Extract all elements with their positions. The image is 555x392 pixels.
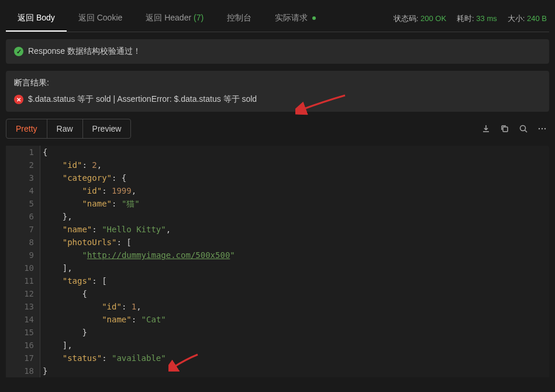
line-number: 9: [6, 249, 40, 262]
meta-status-value: 200 OK: [420, 14, 446, 23]
download-icon[interactable]: [481, 124, 491, 133]
line-number: 12: [6, 287, 40, 300]
meta-time: 耗时: 33 ms: [457, 13, 497, 24]
code-line: 4 "id": 1999,: [6, 184, 549, 197]
code-line: 2 "id": 2,: [6, 159, 549, 171]
tab-header-count: (7): [194, 13, 204, 22]
code-line: 9 "http://dummyimage.com/500x500": [6, 249, 549, 262]
code-content: {: [40, 146, 47, 159]
code-content: },: [40, 210, 73, 223]
validation-message: Response 数据结构校验通过！: [28, 46, 141, 57]
line-number: 15: [6, 326, 40, 339]
meta-status: 状态码: 200 OK: [394, 13, 446, 24]
svg-point-4: [544, 128, 546, 129]
code-line: 14 "name": "Cat": [6, 313, 549, 326]
code-content: "tags": [: [40, 274, 107, 287]
svg-rect-0: [503, 127, 508, 132]
code-content: }: [40, 365, 47, 377]
code-content: "name": "Hello Kitty",: [40, 223, 171, 236]
code-line: 12 {: [6, 287, 549, 300]
line-number: 13: [6, 300, 40, 313]
meta-size-label: 大小:: [508, 14, 525, 23]
copy-icon[interactable]: [500, 124, 509, 133]
tab-header[interactable]: 返回 Header (7): [134, 6, 215, 32]
tab-actual-label: 实际请求: [275, 13, 308, 22]
view-tab-raw[interactable]: Raw: [47, 119, 83, 138]
code-line: 16 ],: [6, 339, 549, 352]
meta-time-label: 耗时:: [457, 14, 474, 23]
tab-header-label: 返回 Header: [146, 13, 191, 22]
response-header: 返回 Body 返回 Cookie 返回 Header (7) 控制台 实际请求…: [6, 6, 549, 32]
meta-size-value: 240 B: [527, 14, 547, 23]
error-circle-icon: ✕: [14, 95, 23, 104]
code-line: 18}: [6, 365, 549, 377]
tool-icons: [481, 124, 549, 133]
code-content: ],: [40, 339, 73, 352]
body-toolbar: Pretty Raw Preview: [6, 119, 549, 139]
code-content: "id": 2,: [40, 159, 102, 171]
code-content: "id": 1999,: [40, 184, 136, 197]
code-line: 7 "name": "Hello Kitty",: [6, 223, 549, 236]
view-tab-preview[interactable]: Preview: [83, 119, 131, 138]
code-content: "photoUrls": [: [40, 236, 132, 249]
code-line: 13 "id": 1,: [6, 300, 549, 313]
code-line: 11 "tags": [: [6, 274, 549, 287]
line-number: 11: [6, 274, 40, 287]
code-content: ],: [40, 262, 73, 274]
svg-point-3: [542, 128, 543, 129]
code-line: 1{: [6, 146, 549, 159]
tab-actual-request[interactable]: 实际请求: [263, 6, 328, 32]
assertion-banner: 断言结果: ✕ $.data.status 等于 sold | Assertio…: [6, 71, 549, 112]
code-line: 3 "category": {: [6, 171, 549, 184]
code-line: 8 "photoUrls": [: [6, 236, 549, 249]
svg-point-2: [539, 128, 540, 129]
response-meta: 状态码: 200 OK 耗时: 33 ms 大小: 240 B: [394, 13, 549, 24]
line-number: 1: [6, 146, 40, 159]
svg-point-1: [520, 126, 526, 131]
code-line: 17 "status": "available": [6, 352, 549, 365]
tab-cookie[interactable]: 返回 Cookie: [67, 6, 134, 32]
response-tabs: 返回 Body 返回 Cookie 返回 Header (7) 控制台 实际请求: [6, 6, 328, 32]
line-number: 14: [6, 313, 40, 326]
line-number: 17: [6, 352, 40, 365]
line-number: 5: [6, 197, 40, 210]
meta-status-label: 状态码:: [394, 14, 419, 23]
code-content: "http://dummyimage.com/500x500": [40, 249, 235, 262]
check-circle-icon: ✓: [14, 47, 23, 56]
code-content: "id": 1,: [40, 300, 142, 313]
code-line: 15 }: [6, 326, 549, 339]
line-number: 4: [6, 184, 40, 197]
code-line: 6 },: [6, 210, 549, 223]
meta-time-value: 33 ms: [476, 14, 497, 23]
more-icon[interactable]: [537, 124, 547, 133]
assertion-message: $.data.status 等于 sold | AssertionError: …: [28, 94, 257, 105]
search-icon[interactable]: [519, 124, 528, 133]
view-tab-pretty[interactable]: Pretty: [6, 119, 47, 138]
tab-body[interactable]: 返回 Body: [6, 6, 67, 32]
code-content: {: [40, 287, 87, 300]
status-dot-icon: [312, 16, 316, 20]
line-number: 18: [6, 365, 40, 377]
code-content: "name": "猫": [40, 197, 140, 210]
view-tabs: Pretty Raw Preview: [6, 119, 131, 139]
code-content: }: [40, 326, 87, 339]
line-number: 2: [6, 159, 40, 171]
line-number: 16: [6, 339, 40, 352]
code-line: 5 "name": "猫": [6, 197, 549, 210]
assertion-title: 断言结果:: [14, 78, 541, 88]
code-content: "name": "Cat": [40, 313, 166, 326]
code-line: 10 ],: [6, 262, 549, 274]
meta-size: 大小: 240 B: [508, 13, 547, 24]
line-number: 7: [6, 223, 40, 236]
code-editor[interactable]: 1{2 "id": 2,3 "category": {4 "id": 1999,…: [6, 146, 549, 377]
line-number: 3: [6, 171, 40, 184]
code-content: "status": "available": [40, 352, 166, 365]
validation-banner: ✓ Response 数据结构校验通过！: [6, 39, 549, 64]
line-number: 10: [6, 262, 40, 274]
line-number: 6: [6, 210, 40, 223]
code-content: "category": {: [40, 171, 126, 184]
line-number: 8: [6, 236, 40, 249]
tab-console[interactable]: 控制台: [215, 6, 263, 32]
